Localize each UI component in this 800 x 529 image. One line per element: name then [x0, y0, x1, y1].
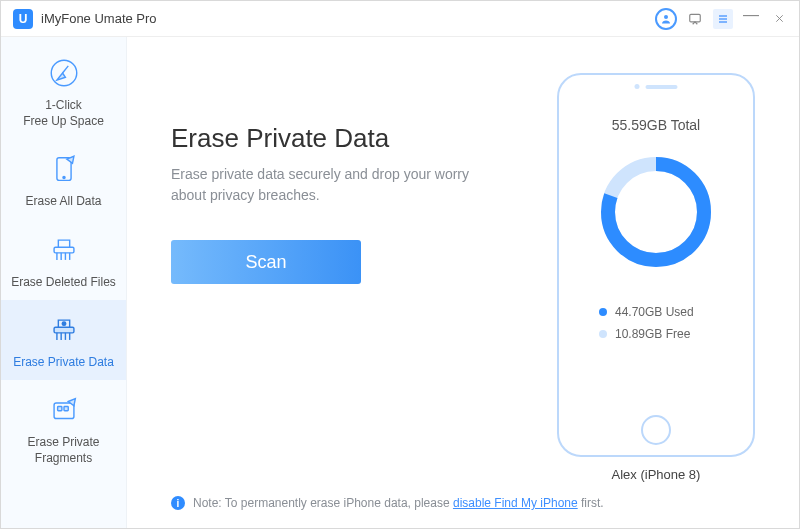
sidebar-item-label: Erase All Data [5, 193, 122, 209]
device-name: Alex (iPhone 8) [612, 467, 701, 482]
close-button[interactable] [769, 9, 789, 29]
app-window: U iMyFone Umate Pro — 1-C [0, 0, 800, 529]
svg-point-7 [51, 60, 77, 86]
scan-button[interactable]: Scan [171, 240, 361, 284]
page-subheading: Erase private data securely and drop you… [171, 164, 491, 206]
sidebar-item-label: Erase Private Fragments [5, 434, 122, 466]
sidebar-item-label: Erase Private Data [5, 354, 122, 370]
legend-free-label: 10.89GB Free [615, 327, 690, 341]
main-panel: Erase Private Data Erase private data se… [127, 37, 799, 528]
sidebar-item-free-up-space[interactable]: 1-Click Free Up Space [1, 43, 126, 139]
legend-used: 44.70GB Used [599, 305, 694, 319]
phone-earpiece-icon [635, 84, 678, 89]
note-suffix: first. [578, 496, 604, 510]
note-prefix: Note: To permanently erase iPhone data, … [193, 496, 453, 510]
svg-line-8 [62, 66, 68, 73]
page-heading: Erase Private Data [171, 123, 523, 154]
svg-rect-16 [54, 327, 74, 333]
legend-dot-free-icon [599, 330, 607, 338]
private-shredder-icon [44, 310, 84, 350]
phone-erase-icon [44, 149, 84, 189]
shredder-icon [44, 230, 84, 270]
sidebar: 1-Click Free Up Space Erase All Data Era… [1, 37, 127, 528]
sidebar-item-erase-private-data[interactable]: Erase Private Data [1, 300, 126, 380]
note-bar: i Note: To permanently erase iPhone data… [171, 488, 771, 516]
legend-free: 10.89GB Free [599, 327, 694, 341]
menu-icon[interactable] [713, 9, 733, 29]
svg-point-17 [62, 322, 66, 326]
legend-dot-used-icon [599, 308, 607, 316]
svg-point-10 [62, 177, 64, 179]
svg-rect-11 [54, 247, 74, 253]
minimize-button[interactable]: — [741, 5, 761, 25]
storage-total: 55.59GB Total [612, 117, 700, 133]
legend-used-label: 44.70GB Used [615, 305, 694, 319]
sidebar-item-erase-deleted-files[interactable]: Erase Deleted Files [1, 220, 126, 300]
apps-fragment-icon [44, 390, 84, 430]
broom-icon [44, 53, 84, 93]
svg-rect-24 [64, 406, 68, 410]
sidebar-item-label: 1-Click Free Up Space [5, 97, 122, 129]
device-graphic: 55.59GB Total 44.70GB Used [557, 73, 755, 457]
disable-find-my-iphone-link[interactable]: disable Find My iPhone [453, 496, 578, 510]
sidebar-item-erase-all-data[interactable]: Erase All Data [1, 139, 126, 219]
sidebar-item-erase-private-fragments[interactable]: Erase Private Fragments [1, 380, 126, 476]
svg-rect-23 [57, 406, 61, 410]
app-title: iMyFone Umate Pro [41, 11, 157, 26]
phone-home-button-icon [641, 415, 671, 445]
info-icon: i [171, 496, 185, 510]
svg-point-0 [664, 15, 668, 19]
app-logo-icon: U [13, 9, 33, 29]
sidebar-item-label: Erase Deleted Files [5, 274, 122, 290]
feedback-icon[interactable] [685, 9, 705, 29]
svg-rect-1 [690, 14, 701, 22]
account-icon[interactable] [655, 8, 677, 30]
storage-donut-chart [595, 151, 717, 277]
titlebar: U iMyFone Umate Pro — [1, 1, 799, 37]
